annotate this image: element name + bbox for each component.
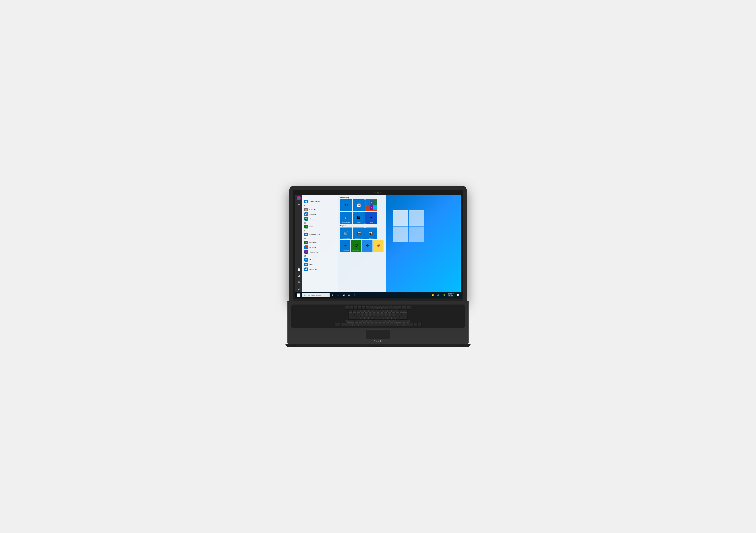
key-f1[interactable] bbox=[350, 306, 353, 309]
key-m[interactable] bbox=[378, 320, 382, 323]
key-x[interactable] bbox=[359, 320, 362, 323]
chevron-up-icon[interactable]: ^ bbox=[424, 293, 430, 297]
camera-tile[interactable]: 📷 Camera bbox=[365, 228, 377, 239]
key-c[interactable] bbox=[363, 320, 366, 323]
notification-button[interactable]: 💬 bbox=[456, 292, 460, 298]
key-t[interactable] bbox=[370, 313, 374, 316]
groove-music-item[interactable]: 🎵 Groove Music bbox=[302, 250, 338, 254]
movies-tile[interactable]: 🎬 Movies & TV bbox=[353, 228, 364, 239]
key-del[interactable] bbox=[407, 306, 411, 309]
key-9[interactable] bbox=[384, 310, 388, 313]
key-lbracket[interactable] bbox=[394, 313, 397, 316]
key-f8[interactable] bbox=[377, 306, 381, 309]
key-up[interactable] bbox=[402, 320, 406, 323]
key-rshift[interactable] bbox=[394, 320, 402, 323]
key-f9[interactable] bbox=[381, 306, 385, 309]
key-lshift[interactable] bbox=[346, 320, 354, 323]
key-lwin[interactable] bbox=[346, 323, 352, 326]
key-r[interactable] bbox=[366, 313, 370, 316]
snip-tile[interactable]: ✂ Snip & Sketch bbox=[340, 240, 350, 252]
key-u[interactable] bbox=[378, 313, 382, 316]
mail-item[interactable]: ✉ Mail bbox=[302, 257, 338, 262]
camera-item[interactable]: 📷 Camera bbox=[302, 216, 338, 221]
key-7[interactable] bbox=[376, 310, 380, 313]
maps-item[interactable]: 🗺 Maps bbox=[302, 262, 338, 267]
key-k[interactable] bbox=[384, 317, 388, 319]
key-o[interactable] bbox=[386, 313, 390, 316]
key-s[interactable] bbox=[361, 317, 364, 319]
battery-icon[interactable]: 🔋 bbox=[442, 293, 447, 297]
edge-taskbar-button[interactable]: e bbox=[336, 293, 340, 297]
key-b[interactable] bbox=[370, 320, 374, 323]
calculator-item[interactable]: 🧮 Calculator bbox=[302, 207, 338, 212]
key-f4[interactable] bbox=[362, 306, 365, 309]
key-esc[interactable] bbox=[345, 306, 349, 309]
key-period[interactable] bbox=[386, 320, 390, 323]
key-down[interactable] bbox=[414, 323, 418, 326]
excel-item[interactable]: X Excel bbox=[302, 224, 338, 229]
start-button[interactable] bbox=[296, 292, 302, 298]
avatar[interactable]: 👤 bbox=[297, 196, 301, 200]
key-f11[interactable] bbox=[389, 306, 393, 309]
hamburger-icon[interactable]: ≡ bbox=[297, 202, 301, 207]
key-fn[interactable] bbox=[340, 323, 346, 326]
sticky-tile[interactable]: 📌 bbox=[373, 240, 384, 252]
key-backspace[interactable] bbox=[400, 310, 407, 313]
photos-tile[interactable]: 🖼 Photos bbox=[353, 212, 364, 224]
key-d[interactable] bbox=[364, 317, 368, 319]
key-q[interactable] bbox=[355, 313, 358, 316]
settings-sidebar-icon[interactable]: ⚙ bbox=[297, 280, 301, 284]
key-f12[interactable] bbox=[393, 306, 397, 309]
key-4[interactable] bbox=[364, 310, 368, 313]
key-enter[interactable] bbox=[400, 317, 407, 319]
key-f3[interactable] bbox=[358, 306, 361, 309]
key-w[interactable] bbox=[359, 313, 362, 316]
key-v[interactable] bbox=[366, 320, 370, 323]
key-p[interactable] bbox=[390, 313, 393, 316]
key-l[interactable] bbox=[388, 317, 392, 319]
game-bar-item[interactable]: 🎮 Game bar bbox=[302, 240, 338, 245]
key-space[interactable] bbox=[358, 323, 398, 326]
store-tile[interactable]: 🛒 Microsoft Store bbox=[340, 228, 352, 239]
key-5[interactable] bbox=[368, 310, 372, 313]
clock-date[interactable]: 10:10 AM 5/21/2019 bbox=[447, 293, 455, 297]
key-n[interactable] bbox=[374, 320, 378, 323]
key-6[interactable] bbox=[372, 310, 376, 313]
task-view-button[interactable]: ⧉ bbox=[330, 293, 335, 297]
key-i[interactable] bbox=[382, 313, 386, 316]
key-a[interactable] bbox=[357, 317, 360, 319]
key-1[interactable] bbox=[353, 310, 356, 313]
key-h[interactable] bbox=[376, 317, 380, 319]
key-f6[interactable] bbox=[369, 306, 373, 309]
key-ins[interactable] bbox=[402, 306, 406, 309]
alarms-clock-item[interactable]: 🕐 Alarms & Clock bbox=[302, 199, 338, 204]
security-tile[interactable]: 🛡 Windows Sec... bbox=[351, 240, 362, 252]
key-z[interactable] bbox=[355, 320, 358, 323]
key-comma[interactable] bbox=[382, 320, 386, 323]
key-g[interactable] bbox=[372, 317, 376, 319]
key-equals[interactable] bbox=[396, 310, 399, 313]
key-rbracket[interactable] bbox=[398, 313, 401, 316]
key-right[interactable] bbox=[418, 323, 421, 326]
feedback-hub-item[interactable]: 💬 Feedback Hub bbox=[302, 232, 338, 237]
key-2[interactable] bbox=[357, 310, 360, 313]
office-tile[interactable]: O W X P N S bbox=[365, 199, 377, 211]
network-icon[interactable]: 📶 bbox=[430, 293, 435, 297]
key-slash[interactable] bbox=[390, 320, 393, 323]
key-rctrl[interactable] bbox=[404, 323, 410, 326]
key-f10[interactable] bbox=[385, 306, 389, 309]
key-f[interactable] bbox=[368, 317, 372, 319]
key-lalt[interactable] bbox=[352, 323, 358, 326]
key-tilde[interactable] bbox=[349, 310, 352, 313]
calendar-item[interactable]: 📅 Calendar bbox=[302, 212, 338, 216]
key-ralt[interactable] bbox=[398, 323, 404, 326]
key-y[interactable] bbox=[374, 313, 378, 316]
settings-tile[interactable]: ⚙ bbox=[362, 240, 372, 252]
key-tab[interactable] bbox=[349, 313, 354, 316]
key-8[interactable] bbox=[380, 310, 384, 313]
photos-sidebar-icon[interactable]: 🖼 bbox=[297, 274, 301, 278]
trackpad[interactable] bbox=[366, 329, 390, 339]
key-3[interactable] bbox=[361, 310, 364, 313]
key-f5[interactable] bbox=[365, 306, 369, 309]
key-lctrl[interactable] bbox=[335, 323, 340, 326]
